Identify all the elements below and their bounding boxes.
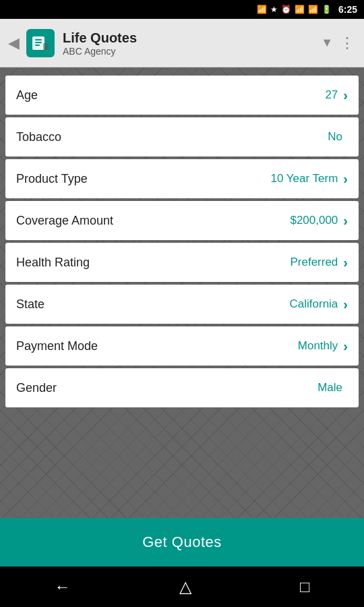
form-row-label: Tobacco [16,130,328,144]
form-row[interactable]: Product Type10 Year Term› [5,159,359,198]
svg-rect-4 [43,43,49,50]
svg-rect-3 [35,45,40,46]
app-bar-right: ▼ ⋮ [321,34,356,52]
nav-bar: ← △ □ [0,567,364,607]
form-row-label: Payment Mode [16,339,298,353]
form-row-value: California [290,297,338,311]
main-content: Age27›TobaccoNoProduct Type10 Year Term›… [0,67,364,518]
form-row-label: Health Rating [16,256,290,270]
more-options-button[interactable]: ⋮ [340,34,356,52]
alarm-icon: ⏰ [281,5,291,14]
form-row-value: $200,000 [290,214,338,227]
chevron-right-icon: › [343,339,348,354]
wifi-icon: 📶 [295,5,305,14]
recents-nav-button[interactable]: □ [286,571,324,603]
chevron-right-icon: › [343,255,348,270]
battery-icon: 🔋 [322,5,332,14]
svg-rect-1 [35,39,42,40]
app-logo-svg [31,34,50,53]
get-quotes-label: Get Quotes [142,533,222,551]
form-row[interactable]: Age27› [5,76,359,115]
form-row[interactable]: Payment ModeMonthly› [5,326,359,366]
form-row-value: 10 Year Term [270,172,338,185]
form-row[interactable]: Coverage Amount$200,000› [5,201,359,240]
app-bar: ◀ Life Quotes ABC Agency ▼ ⋮ [0,19,364,67]
back-button[interactable]: ◀ [8,34,20,52]
form-row-label: Gender [16,381,317,395]
app-icon [26,29,55,57]
app-subtitle: ABC Agency [63,46,321,57]
home-nav-button[interactable]: △ [166,571,205,603]
status-bar: 📶 ★ ⏰ 📶 📶 🔋 6:25 [0,0,364,19]
signal-triangle-icon: ▼ [321,36,333,50]
form-row-label: State [16,297,290,312]
app-titles: Life Quotes ABC Agency [63,30,321,57]
form-row[interactable]: TobaccoNo [5,117,359,156]
chevron-right-icon: › [343,213,348,229]
chevron-right-icon: › [343,88,348,103]
chevron-right-icon: › [343,171,348,187]
svg-rect-2 [35,42,42,43]
form-row-value: No [328,130,342,144]
form-row[interactable]: GenderMale [5,368,359,407]
form-row-label: Coverage Amount [16,214,290,228]
form-row-label: Age [16,88,325,103]
chevron-right-icon: › [343,297,348,312]
form-row[interactable]: StateCalifornia› [5,285,359,324]
status-time: 6:25 [338,4,357,15]
status-icons: 📶 ★ ⏰ 📶 📶 🔋 6:25 [257,4,357,15]
back-nav-button[interactable]: ← [41,571,84,603]
form-row-value: Monthly [298,339,338,353]
form-row-label: Product Type [16,172,270,186]
bluetooth-icon2: ★ [270,5,278,14]
get-quotes-button[interactable]: Get Quotes [0,518,364,567]
form-row-value: Male [317,381,342,395]
app-title: Life Quotes [63,30,321,46]
form-row[interactable]: Health RatingPreferred› [5,243,359,282]
form-row-value: 27 [325,88,338,102]
signal-icon: 📶 [308,5,318,14]
form-row-value: Preferred [290,256,338,269]
bluetooth-icon: 📶 [257,5,267,14]
